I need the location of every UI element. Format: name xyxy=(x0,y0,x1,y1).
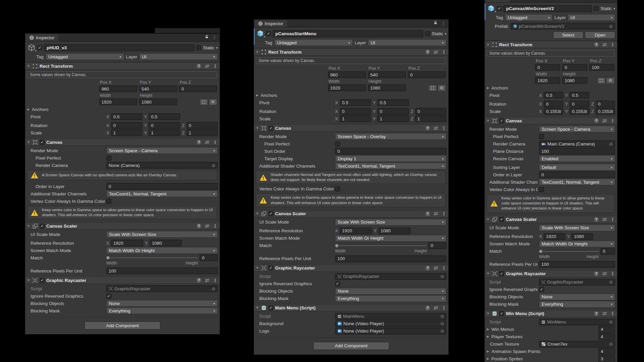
anchors-foldout[interactable]: ▶Anchors xyxy=(486,84,615,91)
render-camera-field[interactable]: Main Camera (Camera)⊙ xyxy=(539,140,615,147)
pos-y-field[interactable]: 0 xyxy=(562,64,587,71)
rotation-x-field[interactable]: 0 xyxy=(111,122,142,129)
player-textures-foldout[interactable]: ▶Player Textures4 xyxy=(486,334,615,340)
canvas-scaler-header[interactable]: ▼ ✓ Canvas Scaler ?⋮ xyxy=(485,216,617,223)
kebab-menu-icon[interactable]: ⋮ xyxy=(442,50,446,54)
kebab-menu-icon[interactable]: ⋮ xyxy=(213,278,217,283)
render-mode-dropdown[interactable]: Screen Space - Camera▾ xyxy=(106,147,218,154)
foldout-icon[interactable]: ▼ xyxy=(486,218,490,221)
help-icon[interactable]: ? xyxy=(425,50,430,54)
kebab-menu-icon[interactable]: ⋮ xyxy=(610,217,615,222)
background-field[interactable]: None (Video Player)⊙ xyxy=(335,320,446,327)
pivot-x-field[interactable]: 0.5 xyxy=(111,113,142,120)
kebab-menu-icon[interactable]: ⋮ xyxy=(213,64,217,68)
presets-icon[interactable] xyxy=(433,265,439,271)
sorting-layer-dropdown[interactable]: Default▾ xyxy=(539,164,615,171)
script-field[interactable]: MainMenu⊙ xyxy=(335,313,446,320)
scale-y-field[interactable]: 1 xyxy=(377,115,409,122)
canvas-scaler-header[interactable]: ▼ ✓ Canvas Scaler ?⋮ xyxy=(25,222,220,230)
height-field[interactable]: 1080 xyxy=(139,99,177,105)
active-checkbox[interactable]: ✓ xyxy=(497,6,502,11)
pixel-perfect-checkbox[interactable] xyxy=(539,134,544,139)
layer-dropdown[interactable]: UI▾ xyxy=(139,53,218,60)
player-textures-size-field[interactable]: 4 xyxy=(598,334,615,340)
help-icon[interactable]: ? xyxy=(594,42,599,47)
kebab-menu-icon[interactable]: ⋮ xyxy=(212,35,217,40)
match-slider[interactable] xyxy=(539,248,599,255)
reference-resolution-x-field[interactable]: 1920 xyxy=(340,228,372,234)
target-display-dropdown[interactable]: Display 1▾ xyxy=(335,155,446,162)
ignore-reversed-checkbox[interactable]: ✓ xyxy=(335,281,340,286)
help-icon[interactable]: ? xyxy=(425,212,430,216)
screen-match-mode-dropdown[interactable]: Match Width Or Height▾ xyxy=(539,241,615,247)
width-field[interactable]: 1920 xyxy=(328,84,366,91)
component-enabled-checkbox[interactable]: ✓ xyxy=(499,311,504,316)
kebab-menu-icon[interactable]: ⋮ xyxy=(442,306,446,310)
help-icon[interactable]: ? xyxy=(594,118,599,123)
rotation-z-field[interactable]: 0 xyxy=(596,101,615,107)
foldout-icon[interactable]: ▼ xyxy=(26,65,31,68)
prefab-object-field[interactable]: pCanvasWinScreenV2 ⊙ xyxy=(511,23,615,29)
scale-x-field[interactable]: 0.155388 xyxy=(544,108,563,115)
component-enabled-checkbox[interactable]: ✓ xyxy=(40,140,45,145)
ignore-reversed-checkbox[interactable]: ✓ xyxy=(106,294,111,299)
script-field[interactable]: GraphicRaycaster⊙ xyxy=(539,279,615,286)
presets-icon[interactable] xyxy=(204,63,210,69)
blocking-mask-dropdown[interactable]: Everything▾ xyxy=(335,295,446,302)
screen-match-mode-dropdown[interactable]: Match Width Or Height▾ xyxy=(106,247,218,254)
win-menus-size-field[interactable]: 4 xyxy=(598,326,615,333)
component-enabled-checkbox[interactable]: ✓ xyxy=(499,118,504,123)
kebab-menu-icon[interactable]: ⋮ xyxy=(610,311,615,316)
resize-canvas-dropdown[interactable]: Enabled▾ xyxy=(539,155,615,162)
active-checkbox[interactable]: ✓ xyxy=(266,31,271,36)
rotation-y-field[interactable]: 0 xyxy=(149,122,180,129)
presets-icon[interactable] xyxy=(433,125,439,131)
pivot-y-field[interactable]: 0.5 xyxy=(570,92,589,99)
pivot-y-field[interactable]: 0.5 xyxy=(149,113,180,120)
pivot-y-field[interactable]: 0.5 xyxy=(377,99,409,106)
pixel-perfect-checkbox[interactable] xyxy=(106,156,111,161)
rotation-y-field[interactable]: 0 xyxy=(570,101,589,107)
foldout-icon[interactable]: ▼ xyxy=(255,51,259,54)
component-enabled-checkbox[interactable]: ✓ xyxy=(268,126,273,131)
animation-spawn-points-foldout[interactable]: ▶Animation Spawn Points4 xyxy=(486,348,615,355)
match-value-field[interactable]: 0 xyxy=(200,254,218,261)
script-field[interactable]: GraphicRaycaster⊙ xyxy=(335,273,446,280)
pos-y-field[interactable]: 540 xyxy=(139,85,177,92)
help-icon[interactable]: ? xyxy=(197,224,201,228)
reference-resolution-y-field[interactable]: 1080 xyxy=(572,233,593,240)
prefab-cube-icon[interactable]: ▾ xyxy=(256,29,264,38)
shader-channels-dropdown[interactable]: TexCoord1, Normal, Tangent▾ xyxy=(106,190,218,197)
foldout-icon[interactable]: ▼ xyxy=(255,127,259,130)
match-value-field[interactable]: 0 xyxy=(428,242,446,249)
order-in-layer-field[interactable]: 0 xyxy=(106,183,218,190)
active-checkbox[interactable]: ✓ xyxy=(37,45,42,50)
rotation-z-field[interactable]: 0 xyxy=(186,122,218,129)
ui-scale-mode-dropdown[interactable]: Scale With Screen Size▾ xyxy=(335,219,446,226)
pos-z-field[interactable]: 0 xyxy=(408,71,446,78)
layer-dropdown[interactable]: UI▾ xyxy=(368,39,446,46)
static-caret-icon[interactable]: ▾ xyxy=(445,32,446,36)
help-icon[interactable]: ? xyxy=(594,272,599,276)
lock-icon[interactable] xyxy=(433,20,438,26)
ui-scale-mode-dropdown[interactable]: Scale With Screen Size▾ xyxy=(539,225,615,231)
component-enabled-checkbox[interactable]: ✓ xyxy=(268,305,273,310)
prefab-select-button[interactable]: Select xyxy=(553,32,583,39)
tab-inspector[interactable]: i Inspector xyxy=(26,34,58,41)
vertex-color-checkbox[interactable] xyxy=(335,186,340,191)
reference-ppu-field[interactable]: 100 xyxy=(106,267,218,274)
scale-z-field[interactable]: 1 xyxy=(415,115,446,122)
name-field[interactable]: pCanvasStartMenu xyxy=(273,30,423,37)
foldout-icon[interactable]: ▼ xyxy=(255,212,259,215)
blocking-objects-dropdown[interactable]: None▾ xyxy=(539,294,615,300)
rotation-z-field[interactable]: 0 xyxy=(415,108,446,115)
foldout-icon[interactable]: ▼ xyxy=(26,141,31,144)
presets-icon[interactable] xyxy=(602,217,607,222)
rect-transform-header[interactable]: ▼ Rect Transform ?⋮ xyxy=(254,48,448,56)
component-enabled-checkbox[interactable]: ✓ xyxy=(268,265,273,270)
static-caret-icon[interactable]: ▾ xyxy=(216,46,218,50)
component-enabled-checkbox[interactable]: ✓ xyxy=(268,211,273,216)
scale-x-field[interactable]: 1 xyxy=(340,115,371,122)
kebab-menu-icon[interactable]: ⋮ xyxy=(610,119,615,123)
kebab-menu-icon[interactable]: ⋮ xyxy=(610,43,615,47)
